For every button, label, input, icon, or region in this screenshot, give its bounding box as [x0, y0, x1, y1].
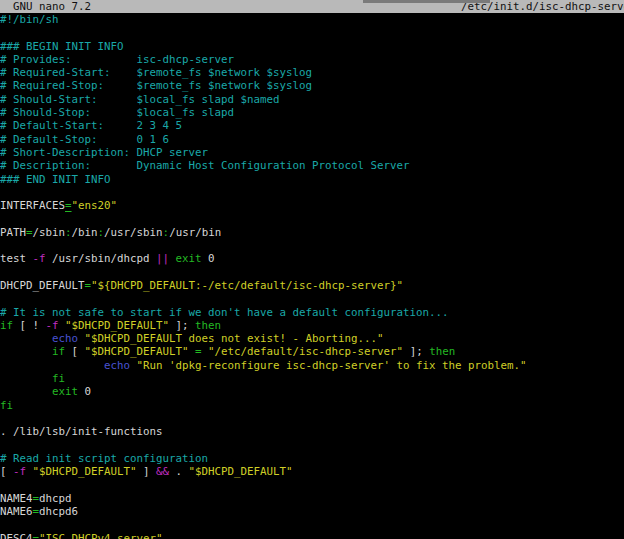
code-line: NAME4=dhcpd	[0, 492, 624, 505]
code-line	[0, 26, 624, 39]
app-title: GNU nano 7.2	[0, 0, 91, 13]
code-line: # Description: Dynamic Host Configuratio…	[0, 159, 624, 172]
code-line: exit 0	[0, 385, 624, 398]
code-line: if [ "$DHCPD_DEFAULT" = "/etc/default/is…	[0, 345, 624, 358]
code-token: "/etc/default/isc-dhcp-server"	[208, 345, 403, 358]
code-line	[0, 439, 624, 452]
code-token: "ISC DHCPv4 server"	[39, 532, 163, 539]
code-line: fi	[0, 372, 624, 385]
code-token: "Run 'dpkg-reconfigure isc-dhcp-server' …	[137, 359, 527, 372]
code-line: DHCPD_DEFAULT="${DHCPD_DEFAULT:-/etc/def…	[0, 279, 624, 292]
code-token: ];	[169, 319, 195, 332]
code-token: # Short-Description: DHCP server	[0, 146, 208, 159]
code-token	[0, 372, 52, 385]
code-token: /bin	[72, 226, 98, 239]
code-token: PATH	[0, 226, 26, 239]
code-line: # Read init script configuration	[0, 452, 624, 465]
code-line: ### BEGIN INIT INFO	[0, 40, 624, 53]
code-line	[0, 186, 624, 199]
code-line: NAME6=dhcpd6	[0, 505, 624, 518]
code-token: # Default-Stop: 0 1 6	[0, 133, 169, 146]
code-token: # Provides: isc-dhcp-server	[0, 53, 234, 66]
code-token: then	[429, 345, 455, 358]
code-line: # Required-Start: $remote_fs $network $s…	[0, 66, 624, 79]
code-line: echo "Run 'dpkg-reconfigure isc-dhcp-ser…	[0, 359, 624, 372]
code-line	[0, 412, 624, 425]
code-token: /sbin	[33, 226, 66, 239]
code-token: INTERFACES	[0, 199, 65, 212]
code-token: # Default-Start: 2 3 4 5	[0, 119, 182, 132]
code-token: NAME4	[0, 492, 33, 505]
code-line: PATH=/sbin:/bin:/usr/sbin:/usr/bin	[0, 226, 624, 239]
code-line: test -f /usr/sbin/dhcpd || exit 0	[0, 252, 624, 265]
code-token: "$DHCPD_DEFAULT"	[65, 319, 169, 332]
code-line: DESC4="ISC DHCPv4 server"	[0, 532, 624, 539]
code-token: [	[0, 465, 13, 478]
code-token: ||	[156, 252, 169, 265]
code-token: "${DHCPD_DEFAULT:-/etc/default/isc-dhcp-…	[91, 279, 403, 292]
code-token: echo	[52, 332, 78, 345]
code-token: # Read init script configuration	[0, 452, 208, 465]
code-token: echo	[104, 359, 130, 372]
code-token: 0	[78, 385, 91, 398]
code-line	[0, 518, 624, 531]
code-token: "$DHCPD_DEFAULT does not exist! - Aborti…	[85, 332, 384, 345]
code-token: DHCPD_DEFAULT	[0, 279, 85, 292]
code-token: NAME6	[0, 505, 33, 518]
code-token: fi	[52, 372, 65, 385]
code-line: # Should-Stop: $local_fs slapd	[0, 106, 624, 119]
code-token: ### END INIT INFO	[0, 173, 111, 186]
code-token: if	[52, 345, 65, 358]
code-token: # Should-Start: $local_fs slapd $named	[0, 93, 280, 106]
code-line	[0, 478, 624, 491]
code-token: [	[65, 345, 85, 358]
code-token: /usr/sbin/dhcpd	[46, 252, 157, 265]
code-token: .	[169, 465, 189, 478]
code-token: -f	[13, 465, 26, 478]
code-line: [ -f "$DHCPD_DEFAULT" ] && . "$DHCPD_DEF…	[0, 465, 624, 478]
code-token: dhcpd	[39, 492, 72, 505]
code-line: INTERFACES="ens20"	[0, 199, 624, 212]
nano-terminal-window: GNU nano 7.2 /etc/init.d/isc-dhcp-server…	[0, 0, 624, 539]
code-line	[0, 212, 624, 225]
code-token: ### BEGIN INIT INFO	[0, 40, 124, 53]
code-token: /usr/bin	[169, 226, 221, 239]
code-token: # Required-Stop: $remote_fs $network $sy…	[0, 79, 312, 92]
code-line: if [ ! -f "$DHCPD_DEFAULT" ]; then	[0, 319, 624, 332]
code-line: # It is not safe to start if we don't ha…	[0, 306, 624, 319]
code-token: ];	[403, 345, 429, 358]
code-line: # Short-Description: DHCP server	[0, 146, 624, 159]
code-token: 0	[202, 252, 215, 265]
window-edge-strip	[363, 0, 490, 3]
code-line: . /lib/lsb/init-functions	[0, 425, 624, 438]
code-token: # It is not safe to start if we don't ha…	[0, 306, 449, 319]
code-token: test	[0, 252, 33, 265]
editor-text-area[interactable]: #!/bin/sh ### BEGIN INIT INFO# Provides:…	[0, 13, 624, 539]
code-token: # Should-Stop: $local_fs slapd	[0, 106, 234, 119]
code-line: # Provides: isc-dhcp-server	[0, 53, 624, 66]
code-token: exit	[52, 385, 78, 398]
code-token	[0, 385, 52, 398]
code-line	[0, 266, 624, 279]
code-token	[0, 359, 104, 372]
code-token: &&	[156, 465, 169, 478]
code-token: exit	[176, 252, 202, 265]
code-token: #!/bin/sh	[0, 13, 59, 26]
nano-title-bar: GNU nano 7.2 /etc/init.d/isc-dhcp-server	[0, 0, 624, 13]
code-line: # Default-Start: 2 3 4 5	[0, 119, 624, 132]
code-token: ]	[137, 465, 157, 478]
code-line: echo "$DHCPD_DEFAULT does not exist! - A…	[0, 332, 624, 345]
code-token	[0, 332, 52, 345]
code-token: "$DHCPD_DEFAULT"	[189, 465, 293, 478]
code-token: . /lib/lsb/init-functions	[0, 425, 163, 438]
code-token: -f	[33, 252, 46, 265]
code-line: # Required-Stop: $remote_fs $network $sy…	[0, 79, 624, 92]
code-token: "$DHCPD_DEFAULT"	[85, 345, 189, 358]
code-line	[0, 292, 624, 305]
code-token: -f	[46, 319, 59, 332]
code-token: # Required-Start: $remote_fs $network $s…	[0, 66, 312, 79]
code-line: #!/bin/sh	[0, 13, 624, 26]
code-line	[0, 239, 624, 252]
code-token: "ens20"	[72, 199, 118, 212]
code-token: fi	[0, 399, 13, 412]
